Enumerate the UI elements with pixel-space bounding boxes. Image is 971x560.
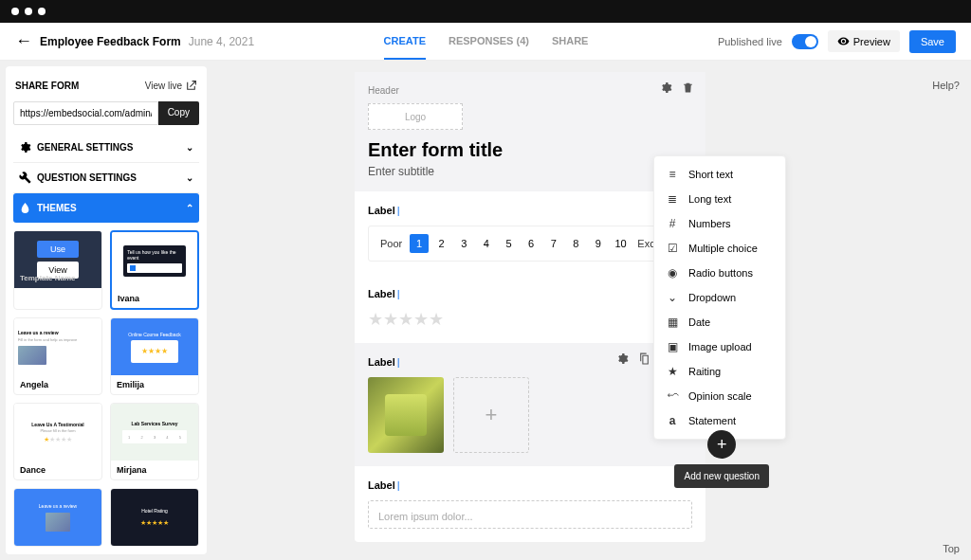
view-live-label: View live bbox=[145, 81, 182, 91]
calendar-icon: ▦ bbox=[666, 316, 679, 329]
min-dot[interactable] bbox=[25, 8, 32, 15]
save-button[interactable]: Save bbox=[909, 30, 956, 53]
short-text-icon: ≡ bbox=[666, 168, 679, 181]
qtype-label: Radio buttons bbox=[688, 267, 753, 279]
qtype-image-upload[interactable]: ▣Image upload bbox=[654, 334, 785, 359]
theme-card-mirjana[interactable]: Lab Services Survey12345 Mirjana bbox=[110, 403, 199, 480]
acc-themes[interactable]: THEMES ⌃ bbox=[13, 193, 199, 223]
eye-icon bbox=[837, 35, 850, 47]
radio-icon: ◉ bbox=[666, 266, 679, 280]
droplet-icon bbox=[19, 202, 31, 214]
scale-6[interactable]: 6 bbox=[522, 234, 540, 253]
tab-share[interactable]: SHARE bbox=[552, 24, 589, 60]
chevron-down-icon: ⌄ bbox=[186, 172, 193, 183]
question-label[interactable]: Label bbox=[368, 288, 692, 299]
theme-card-dance[interactable]: Leave Us A TestimonialPlease fill in the… bbox=[13, 403, 102, 480]
acc-question-settings[interactable]: QUESTION SETTINGS ⌄ bbox=[13, 163, 199, 193]
external-link-icon bbox=[185, 80, 197, 92]
qtype-label: Numbers bbox=[688, 218, 731, 229]
published-toggle[interactable] bbox=[792, 34, 818, 49]
qtype-dropdown[interactable]: ⌄Dropdown bbox=[654, 285, 785, 310]
top-link[interactable]: Top bbox=[943, 543, 960, 554]
textarea-placeholder[interactable]: Lorem ipsum dolor... bbox=[368, 500, 692, 529]
star-rating[interactable]: ★★★★★ bbox=[368, 309, 692, 330]
copy-icon[interactable] bbox=[638, 352, 650, 365]
opinion-scale: Poor 1 2 3 4 5 6 7 8 9 10 Excellent bbox=[368, 226, 692, 262]
logo-placeholder[interactable]: Logo bbox=[368, 103, 463, 130]
back-arrow-icon[interactable]: ← bbox=[15, 31, 32, 51]
topbar: ← Employee Feedback Form June 4, 2021 CR… bbox=[0, 23, 971, 61]
scale-5[interactable]: 5 bbox=[500, 234, 519, 253]
qtype-numbers[interactable]: #Numbers bbox=[654, 211, 785, 236]
acc-general-label: GENERAL SETTINGS bbox=[37, 142, 134, 153]
scale-4[interactable]: 4 bbox=[477, 234, 496, 253]
scale-7[interactable]: 7 bbox=[544, 234, 563, 253]
question-longtext[interactable]: Label Lorem ipsum dolor... bbox=[355, 466, 705, 542]
image-icon: ▣ bbox=[666, 340, 679, 353]
theme-card[interactable]: Hotel Rating★★★★★ bbox=[110, 488, 199, 547]
gear-icon[interactable] bbox=[616, 352, 629, 365]
gear-icon[interactable] bbox=[660, 81, 672, 94]
uploaded-image[interactable] bbox=[368, 377, 444, 453]
max-dot[interactable] bbox=[38, 8, 46, 15]
close-dot[interactable] bbox=[11, 8, 19, 15]
qtype-opinion-scale[interactable]: ⬿Opinion scale bbox=[654, 384, 785, 408]
qtype-label: Image upload bbox=[688, 341, 752, 352]
theme-name-label: Mirjana bbox=[111, 461, 198, 479]
tab-responses[interactable]: RESPONSES (4) bbox=[449, 24, 529, 60]
tab-create[interactable]: CREATE bbox=[384, 24, 426, 60]
form-name: Employee Feedback Form bbox=[40, 35, 181, 48]
question-label[interactable]: Label bbox=[368, 205, 692, 216]
add-image-button[interactable]: + bbox=[453, 377, 529, 453]
theme-card-ivana[interactable]: Tell us how you like the event Ivana bbox=[110, 230, 199, 310]
copy-button[interactable]: Copy bbox=[158, 101, 199, 125]
theme-name-label: Ivana bbox=[112, 289, 197, 308]
form-date: June 4, 2021 bbox=[189, 35, 254, 48]
qtype-rating[interactable]: ★Raiting bbox=[654, 359, 785, 384]
share-form-title: SHARE FORM bbox=[15, 81, 79, 91]
scale-2[interactable]: 2 bbox=[432, 234, 451, 253]
qtype-radio[interactable]: ◉Radio buttons bbox=[654, 261, 785, 285]
question-type-menu: ≡Short text ≣Long text #Numbers ☑Multipl… bbox=[653, 155, 786, 440]
scale-8[interactable]: 8 bbox=[567, 234, 586, 253]
window-titlebar bbox=[0, 0, 971, 23]
help-link[interactable]: Help? bbox=[932, 80, 960, 91]
qtype-short-text[interactable]: ≡Short text bbox=[654, 162, 785, 187]
theme-card[interactable]: Leave us a review bbox=[13, 488, 102, 547]
sidebar: SHARE FORM View live Copy GENERAL SETTIN… bbox=[6, 66, 207, 554]
theme-card-template[interactable]: Use View Template Name bbox=[13, 230, 102, 310]
add-question-fab[interactable]: + bbox=[707, 430, 736, 459]
theme-name-label: Angela bbox=[14, 375, 101, 394]
qtype-label: Short text bbox=[688, 169, 733, 180]
nav-tabs: CREATE RESPONSES (4) SHARE bbox=[384, 24, 589, 60]
form-subtitle-input[interactable]: Enter subtitle bbox=[368, 165, 692, 178]
qtype-label: Long text bbox=[688, 193, 731, 205]
acc-general-settings[interactable]: GENERAL SETTINGS ⌄ bbox=[13, 133, 199, 163]
qtype-date[interactable]: ▦Date bbox=[654, 310, 785, 334]
scale-3[interactable]: 3 bbox=[454, 234, 473, 253]
trash-icon[interactable] bbox=[682, 81, 694, 94]
form-preview: Header Logo Enter form title Enter subti… bbox=[355, 72, 705, 542]
qtype-label: Opinion scale bbox=[688, 390, 752, 402]
qtype-multiple-choice[interactable]: ☑Multiple choice bbox=[654, 236, 785, 261]
qtype-label: Date bbox=[688, 316, 710, 328]
qtype-label: Raiting bbox=[688, 366, 721, 377]
use-button[interactable]: Use bbox=[37, 241, 79, 258]
form-title-input[interactable]: Enter form title bbox=[368, 139, 692, 161]
scale-1[interactable]: 1 bbox=[410, 234, 429, 253]
star-icon: ★ bbox=[666, 365, 679, 378]
view-live-link[interactable]: View live bbox=[145, 80, 197, 92]
theme-card-emilija[interactable]: Online Course Feedback★★★★ Emilija bbox=[110, 317, 199, 395]
theme-card-angela[interactable]: Leave us a reviewFill in the form and he… bbox=[13, 317, 102, 395]
hash-icon: # bbox=[666, 217, 679, 230]
qtype-label: Statement bbox=[688, 415, 736, 426]
chevron-down-icon: ⌄ bbox=[666, 291, 679, 304]
scale-10[interactable]: 10 bbox=[612, 234, 631, 253]
qtype-long-text[interactable]: ≣Long text bbox=[654, 187, 785, 211]
question-label[interactable]: Label bbox=[368, 479, 692, 491]
chevron-down-icon: ⌄ bbox=[186, 142, 193, 153]
preview-button[interactable]: Preview bbox=[828, 30, 900, 52]
share-url-input[interactable] bbox=[13, 101, 158, 125]
header-label: Header bbox=[368, 85, 692, 96]
scale-9[interactable]: 9 bbox=[589, 234, 608, 253]
